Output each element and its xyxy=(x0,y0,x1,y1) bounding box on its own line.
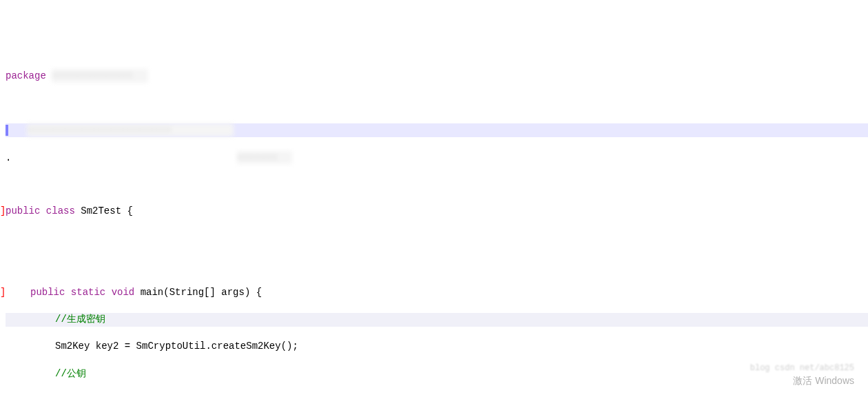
comment: //公钥 xyxy=(55,368,86,379)
code-text: Sm2Key key2 = SmCryptoUtil.createSm2Key(… xyxy=(55,341,298,352)
keyword-static: static xyxy=(71,287,105,298)
comment: //生成密钥 xyxy=(55,314,105,325)
method-sig: main(String[] args) { xyxy=(134,287,262,298)
code-line: ]public class Sm2Test { xyxy=(6,205,868,219)
code-line xyxy=(6,259,868,273)
error-marker: ] xyxy=(0,286,6,300)
code-line: ]public static void main(String[] args) … xyxy=(6,286,868,300)
code-line: Sm2Key key2 = SmCryptoUtil.createSm2Key(… xyxy=(6,340,868,354)
watermark-url: blog csdn net/abc8125 xyxy=(750,363,854,374)
windows-activation-watermark: 激活 Windows xyxy=(793,374,854,388)
redacted-text: xxxxxxxxxxxxxx xyxy=(52,69,148,83)
keyword-package: package xyxy=(6,70,46,81)
class-name: Sm2Test { xyxy=(75,205,133,216)
code-editor[interactable]: package xxxxxxxxxxxxxx xxxxxxxxxxxxxxxxx… xyxy=(0,54,868,395)
code-line xyxy=(6,178,868,192)
keyword-public: public xyxy=(30,287,65,298)
code-line: package xxxxxxxxxxxxxx xyxy=(6,69,868,83)
redacted-text: xxxxxxxxxxxxxxxxxxxxxxxxx xyxy=(27,123,234,137)
code-line xyxy=(6,232,868,246)
code-line xyxy=(6,97,868,110)
redacted-text: xxxxxxx xyxy=(237,151,292,165)
gutter-marker xyxy=(6,125,8,136)
code-line: xxxxxxxxxxxxxxxxxxxxxxxxx xyxy=(6,123,868,137)
error-marker: ] xyxy=(0,205,6,219)
code-line: . xxxxxxx xyxy=(6,151,868,165)
code-line-current: //生成密钥 xyxy=(6,313,868,327)
code-line: //公钥 xyxy=(6,367,868,381)
keyword-class: class xyxy=(46,205,75,216)
keyword-void: void xyxy=(112,287,135,298)
keyword-public: public xyxy=(6,205,40,216)
